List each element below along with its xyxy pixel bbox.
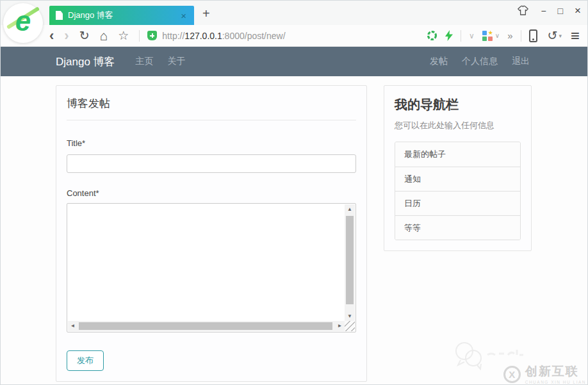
undo-restore-icon[interactable]: ↺ [548,28,558,43]
back-icon[interactable]: ‹ [49,29,54,43]
url-path: :8000/post/new/ [222,31,286,41]
tab-title: Django 博客 [68,10,179,21]
minimize-button[interactable]: − [541,6,546,15]
watermark-subtext: CHUANG XIN HU LIAN [525,380,586,384]
nav-link-profile[interactable]: 个人信息 [462,56,498,67]
home-icon[interactable]: ⌂ [100,29,108,42]
site-navbar: Django 博客 主页 关于 发帖 个人信息 退出 [1,47,587,76]
browser-e-logo-icon: e [15,7,31,35]
theme-skin-icon[interactable] [517,5,529,16]
publish-button[interactable]: 发布 [67,350,104,371]
list-item-announcements[interactable]: 通知 [395,167,520,191]
scroll-down-icon[interactable]: ▼ [345,311,355,321]
sidebar-list: 最新的帖子 通知 日历 等等 [395,142,521,240]
title-input[interactable] [67,154,356,173]
close-button[interactable]: × [575,5,581,16]
browser-tab[interactable]: Django 博客 × [49,6,194,25]
vertical-scrollbar[interactable]: ▲ ▼ [345,204,355,321]
list-item-calendar[interactable]: 日历 [395,191,520,215]
scroll-left-icon[interactable]: ◄ [68,321,78,331]
list-item-etc[interactable]: 等等 [395,215,520,240]
new-tab-button[interactable]: + [202,7,210,20]
nav-link-home[interactable]: 主页 [136,56,154,67]
toolbar-separator [139,30,140,42]
scroll-right-icon[interactable]: ► [335,321,345,331]
shutter-capture-icon[interactable] [427,30,437,41]
address-bar[interactable]: http://127.0.0.1:8000/post/new/ [162,31,427,41]
content-textarea[interactable]: ▲ ▼ ◄ ► [67,203,356,332]
security-shield-icon[interactable] [147,31,157,40]
navbar-brand[interactable]: Django 博客 [56,54,115,69]
page-title: 博客发帖 [67,96,356,120]
title-field-label: Title* [67,138,356,148]
page-body: 博客发帖 Title* Content* ▲ ▼ ◄ ► 发布 [1,76,587,385]
url-protocol: http:// [162,31,184,41]
url-host: 127.0.0.1 [184,31,222,41]
toolbar-separator [461,30,461,42]
browser-logo[interactable]: e [3,3,43,43]
sidebar-title: 我的导航栏 [395,96,521,113]
refresh-icon[interactable]: ↻ [79,29,90,42]
mobile-phone-icon[interactable] [529,29,537,42]
tab-close-icon[interactable]: × [179,10,188,21]
browser-toolbar: ‹ › ↻ ⌂ ☆ http://127.0.0.1:8000/post/new… [1,25,587,47]
post-form-card: 博客发帖 Title* Content* ▲ ▼ ◄ ► 发布 [56,85,367,382]
content-field-label: Content* [67,188,356,198]
speed-lightning-icon[interactable] [445,30,453,41]
toolbar-separator [521,30,521,42]
content-textarea-value [69,205,343,320]
watermark-logo: X 创新互联 CHUANG XIN HU LIAN [503,365,587,384]
extensions-chevron-icon[interactable]: ∨ [495,32,500,39]
watermark-brand: 创新互联 [525,365,586,379]
more-tools-icon[interactable]: » [507,30,512,41]
scroll-up-icon[interactable]: ▲ [345,204,355,214]
nav-link-logout[interactable]: 退出 [512,56,530,67]
browser-titlebar: e Django 博客 × + − □ × [1,1,587,25]
horizontal-scroll-thumb[interactable] [79,322,332,330]
maximize-button[interactable]: □ [558,6,563,15]
undo-caret-icon[interactable]: ▾ [559,33,562,39]
extensions-grid-icon[interactable]: ★ [482,31,493,41]
forward-icon: › [64,29,69,43]
sidebar-subtitle: 您可以在此处输入任何信息 [395,120,521,131]
list-item-latest-posts[interactable]: 最新的帖子 [395,142,520,167]
page-icon [56,11,63,20]
cx-circle-icon: X [503,366,521,383]
nav-link-new-post[interactable]: 发帖 [430,56,448,67]
horizontal-scrollbar[interactable]: ◄ ► [68,321,345,331]
sidebar-card: 我的导航栏 您可以在此处输入任何信息 最新的帖子 通知 日历 等等 [384,85,532,251]
menu-hamburger-icon[interactable]: ≡ [571,27,580,45]
nav-link-about[interactable]: 关于 [168,56,186,67]
bookmark-star-icon[interactable]: ☆ [118,29,129,42]
resize-grip[interactable] [345,321,355,331]
vertical-scroll-thumb[interactable] [346,216,354,304]
chevron-down-icon[interactable]: ∨ [469,31,475,40]
